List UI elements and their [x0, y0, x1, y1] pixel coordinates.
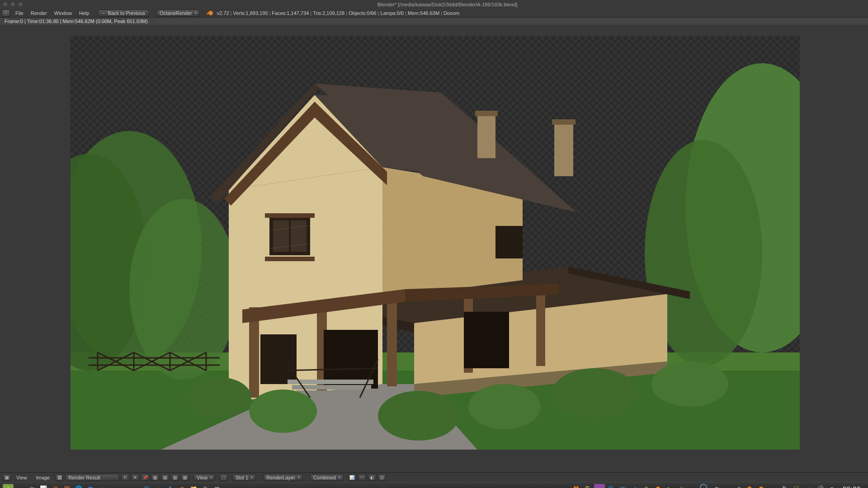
rendered-scene — [71, 36, 800, 450]
tray-app-icon[interactable]: ☀ — [676, 484, 687, 488]
chevron-down-icon: ▾ — [298, 475, 300, 479]
channels-alpha-icon[interactable]: ▥ — [171, 474, 179, 481]
image-datablock-field[interactable]: Render Result — [65, 474, 119, 481]
menu-file[interactable]: File — [12, 10, 27, 16]
tray-app-icon[interactable]: ☁ — [688, 484, 699, 488]
channels-rgba-icon[interactable]: ▨ — [151, 474, 159, 481]
blender-logo-icon — [206, 9, 213, 17]
version-label: v2.72 — [217, 10, 229, 16]
start-menu-icon[interactable]: ◆ — [3, 484, 14, 488]
channels-z-icon[interactable]: ▧ — [181, 474, 189, 481]
clock[interactable]: 08:20 — [838, 485, 865, 488]
tray-app-icon[interactable]: ▶ — [665, 484, 675, 488]
window-min-icon[interactable] — [10, 2, 15, 7]
tris-stat: Tris:2,109,128 — [313, 10, 344, 16]
render-viewport[interactable] — [0, 25, 868, 472]
menu-window[interactable]: Window — [51, 10, 75, 16]
scopes-histogram-icon[interactable]: 📊 — [348, 474, 356, 481]
svg-rect-36 — [475, 111, 498, 116]
tray-blender-running-icon[interactable]: ⬣ — [744, 484, 755, 488]
image-browse-icon[interactable]: 🖼 — [55, 474, 63, 481]
slot-dropdown[interactable]: Slot 1 ▾ — [232, 474, 256, 481]
tray-skype-icon[interactable]: Ⓢ — [606, 484, 617, 488]
show-desktop-icon[interactable]: ▭ — [14, 484, 25, 488]
image-datablock-label: Render Result — [68, 475, 100, 480]
tray-keyboard-icon[interactable]: US — [803, 484, 814, 488]
view-mode-label: View — [197, 475, 208, 480]
pass-dropdown[interactable]: Combined ▾ — [310, 474, 344, 481]
tray-volume-icon[interactable]: 🔊 — [815, 484, 826, 488]
taskbar-app-icon[interactable]: ⬒ — [212, 484, 222, 488]
terminal-icon[interactable]: ▪ — [223, 484, 234, 488]
tray-firefox-icon[interactable]: 🦊 — [571, 484, 581, 488]
scene-name: Dooom — [443, 10, 459, 16]
view-mode-dropdown[interactable]: View ▾ — [193, 474, 215, 481]
back-to-previous-button[interactable]: ← Back to Previous — [98, 9, 150, 17]
taskbar-app-icon[interactable]: ▦ — [85, 484, 96, 488]
window-controls — [3, 2, 23, 7]
qbittorrent-icon[interactable]: ⬇ — [165, 484, 175, 488]
tray-menu-icon[interactable]: ≡ — [826, 484, 837, 488]
back-arrow-icon: ← — [102, 10, 106, 15]
svg-rect-53 — [260, 334, 297, 384]
scopes-waveform-icon[interactable]: 〰 — [358, 474, 366, 481]
tray-blender-icon[interactable]: ⬣ — [653, 484, 664, 488]
taskbar-app-icon[interactable]: ⬚ — [97, 484, 108, 488]
fake-user-toggle[interactable]: F — [121, 474, 129, 481]
svg-point-64 — [378, 391, 459, 441]
scopes-vectorscope-icon[interactable]: ◐ — [368, 474, 376, 481]
tray-shield-icon[interactable]: 🛡 — [791, 484, 802, 488]
tray-network-icon[interactable]: ⇅ — [779, 484, 790, 488]
taskbar-app-icon[interactable]: 🖥 — [50, 484, 61, 488]
svg-rect-48 — [387, 298, 397, 386]
svg-point-65 — [468, 384, 541, 429]
render-engine-dropdown[interactable]: OctaneRender ▾ — [156, 9, 200, 17]
tray-update-icon[interactable]: ✔ — [629, 484, 640, 488]
skype-icon[interactable]: Ⓢ — [141, 484, 152, 488]
svg-rect-55 — [464, 312, 509, 368]
image-menu-image[interactable]: Image — [33, 475, 54, 480]
taskbar-app-icon[interactable]: 📁 — [188, 484, 199, 488]
chevron-down-icon: ▾ — [251, 475, 253, 479]
pin-icon[interactable]: 📌 — [141, 474, 149, 481]
objects-stat: Objects:0/66 — [349, 10, 377, 16]
editor-type-selector[interactable]: i — [2, 9, 10, 17]
render-border-icon[interactable]: ⬚ — [220, 474, 228, 481]
verts-stat: Verts:1,893,195 — [233, 10, 268, 16]
faces-stat: Faces:1,147,734 — [272, 10, 309, 16]
layer-dropdown[interactable]: RenderLayer ▾ — [263, 474, 303, 481]
scopes-sample-icon[interactable]: ⊡ — [378, 474, 386, 481]
taskbar-app-icon[interactable]: ⚙ — [200, 484, 211, 488]
editor-type-image-icon[interactable]: ▦ — [3, 474, 11, 481]
workspace-indicator[interactable]: 2 — [738, 486, 741, 488]
window-title: Blender* [/media/kaiwas/Disk2/3ddd/Blend… — [29, 2, 865, 7]
menu-help[interactable]: Help — [75, 10, 93, 16]
taskbar-app-icon[interactable]: ◉ — [176, 484, 187, 488]
vlc-icon[interactable]: ▲ — [153, 484, 164, 488]
tray-app-icon[interactable]: ◐ — [712, 484, 722, 488]
tray-notes-icon[interactable]: 🗒 — [582, 484, 593, 488]
render-engine-label: OctaneRender — [160, 10, 192, 16]
taskbar-app-icon[interactable]: 🗂 — [26, 484, 37, 488]
tray-blender-running-icon[interactable]: ⬣ — [756, 484, 767, 488]
svg-rect-35 — [477, 113, 495, 158]
tray-cloud-icon[interactable]: ☁ — [768, 484, 778, 488]
chevron-down-icon: ▾ — [210, 475, 212, 479]
image-menu-view[interactable]: View — [13, 475, 31, 480]
window-close-icon[interactable] — [3, 2, 8, 7]
tray-app-icon[interactable] — [594, 484, 605, 488]
tray-app-icon[interactable]: W — [618, 484, 628, 488]
taskbar-app-icon[interactable]: 📈 — [38, 484, 49, 488]
tray-app-icon[interactable]: ❋ — [641, 484, 652, 488]
taskbar-app-icon[interactable]: 🌐 — [73, 484, 84, 488]
window-max-icon[interactable] — [18, 2, 23, 7]
channels-rgb-icon[interactable]: ▤ — [161, 474, 169, 481]
menu-render[interactable]: Render — [27, 10, 51, 16]
chevron-down-icon: ▾ — [195, 11, 197, 15]
tray-browser-icon[interactable] — [700, 484, 711, 488]
back-label: Back to Previous — [108, 10, 146, 16]
svg-point-72 — [700, 484, 707, 488]
unlink-icon[interactable]: ✕ — [131, 474, 139, 481]
svg-point-62 — [188, 377, 251, 418]
taskbar-app-icon[interactable]: 🗔 — [61, 484, 72, 488]
